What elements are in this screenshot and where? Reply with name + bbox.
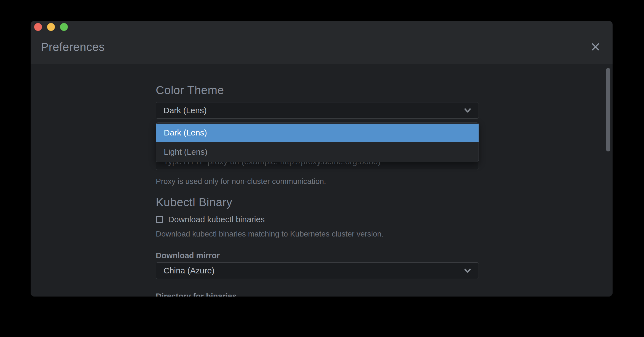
chevron-down-icon (463, 266, 472, 275)
color-theme-select-value: Dark (Lens) (163, 106, 207, 115)
download-mirror-select-value: China (Azure) (163, 266, 214, 275)
download-kubectl-checkbox-row[interactable]: Download kubectl binaries (156, 215, 479, 224)
color-theme-dropdown: Dark (Lens) Light (Lens) (156, 123, 479, 162)
color-theme-select[interactable]: Dark (Lens) (156, 102, 479, 119)
dropdown-option-light[interactable]: Light (Lens) (156, 143, 479, 161)
preferences-content: Color Theme Dark (Lens) Dark (Lens) Ligh… (31, 64, 613, 297)
traffic-light-minimize[interactable] (47, 23, 55, 31)
preferences-window: Preferences Color Theme Dark (Lens) (31, 21, 613, 297)
close-icon (589, 41, 602, 54)
color-theme-heading: Color Theme (156, 84, 479, 97)
scrollbar-thumb[interactable] (606, 68, 610, 151)
settings-column: Color Theme Dark (Lens) Dark (Lens) Ligh… (156, 64, 479, 297)
download-mirror-select[interactable]: China (Azure) (156, 262, 479, 279)
directory-for-binaries-label: Directory for binaries (156, 292, 479, 297)
kubectl-binary-heading: Kubectl Binary (156, 196, 479, 209)
chevron-down-icon (463, 106, 472, 115)
kubectl-hint: Download kubectl binaries matching to Ku… (156, 230, 479, 238)
traffic-light-close[interactable] (34, 23, 42, 31)
proxy-hint: Proxy is used only for non-cluster commu… (156, 177, 479, 186)
traffic-light-maximize[interactable] (60, 23, 68, 31)
download-kubectl-label: Download kubectl binaries (168, 215, 265, 224)
download-mirror-label: Download mirror (156, 251, 479, 260)
download-kubectl-checkbox[interactable] (156, 216, 163, 223)
dropdown-option-dark[interactable]: Dark (Lens) (156, 124, 479, 142)
titlebar: Preferences (31, 21, 613, 64)
page-title: Preferences (41, 41, 105, 53)
close-button[interactable] (589, 41, 602, 54)
